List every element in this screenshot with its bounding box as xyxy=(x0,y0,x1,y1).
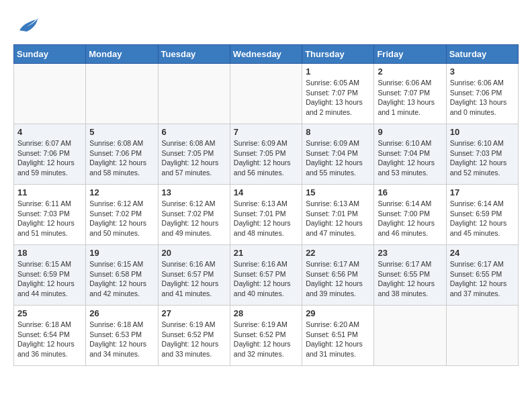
day-info: Sunrise: 6:05 AMSunset: 7:07 PMDaylight:… xyxy=(306,78,370,118)
day-info: Sunrise: 6:10 AMSunset: 7:03 PMDaylight:… xyxy=(450,138,515,178)
calendar-cell: 3Sunrise: 6:06 AMSunset: 7:06 PMDaylight… xyxy=(446,64,518,124)
calendar-cell: 9Sunrise: 6:10 AMSunset: 7:04 PMDaylight… xyxy=(374,124,446,185)
day-number: 21 xyxy=(234,248,298,258)
calendar-week-row: 4Sunrise: 6:07 AMSunset: 7:06 PMDaylight… xyxy=(14,124,519,185)
day-number: 6 xyxy=(162,127,226,137)
day-info: Sunrise: 6:12 AMSunset: 7:02 PMDaylight:… xyxy=(89,199,154,238)
day-number: 15 xyxy=(306,187,370,197)
calendar-cell: 22Sunrise: 6:17 AMSunset: 6:56 PMDayligh… xyxy=(302,245,374,306)
calendar-cell: 12Sunrise: 6:12 AMSunset: 7:02 PMDayligh… xyxy=(86,185,158,245)
calendar-cell xyxy=(374,306,446,366)
day-info: Sunrise: 6:17 AMSunset: 6:56 PMDaylight:… xyxy=(306,259,370,299)
calendar-cell: 27Sunrise: 6:19 AMSunset: 6:52 PMDayligh… xyxy=(158,306,230,366)
day-info: Sunrise: 6:08 AMSunset: 7:05 PMDaylight:… xyxy=(162,138,226,178)
calendar-week-row: 1Sunrise: 6:05 AMSunset: 7:07 PMDaylight… xyxy=(14,64,519,124)
calendar-cell: 6Sunrise: 6:08 AMSunset: 7:05 PMDaylight… xyxy=(158,124,230,185)
calendar-cell: 2Sunrise: 6:06 AMSunset: 7:07 PMDaylight… xyxy=(374,64,446,124)
calendar-cell: 29Sunrise: 6:20 AMSunset: 6:51 PMDayligh… xyxy=(302,306,374,366)
day-number: 25 xyxy=(17,308,82,318)
day-number: 12 xyxy=(89,187,154,197)
day-info: Sunrise: 6:18 AMSunset: 6:54 PMDaylight:… xyxy=(17,320,82,359)
day-info: Sunrise: 6:17 AMSunset: 6:55 PMDaylight:… xyxy=(378,259,442,299)
calendar-cell: 5Sunrise: 6:08 AMSunset: 7:06 PMDaylight… xyxy=(86,124,158,185)
calendar-cell: 15Sunrise: 6:13 AMSunset: 7:01 PMDayligh… xyxy=(302,185,374,245)
calendar-cell xyxy=(14,64,86,124)
calendar-cell: 4Sunrise: 6:07 AMSunset: 7:06 PMDaylight… xyxy=(14,124,86,185)
calendar-cell: 23Sunrise: 6:17 AMSunset: 6:55 PMDayligh… xyxy=(374,245,446,306)
calendar-cell xyxy=(158,64,230,124)
calendar-cell: 8Sunrise: 6:09 AMSunset: 7:04 PMDaylight… xyxy=(302,124,374,185)
day-number: 26 xyxy=(89,308,154,318)
day-number: 27 xyxy=(162,308,226,318)
calendar-week-row: 18Sunrise: 6:15 AMSunset: 6:59 PMDayligh… xyxy=(14,245,519,306)
calendar-week-row: 25Sunrise: 6:18 AMSunset: 6:54 PMDayligh… xyxy=(14,306,519,366)
logo-bird-icon xyxy=(15,13,39,38)
day-number: 19 xyxy=(89,248,154,258)
calendar-cell: 26Sunrise: 6:18 AMSunset: 6:53 PMDayligh… xyxy=(86,306,158,366)
day-number: 10 xyxy=(450,127,515,137)
day-number: 14 xyxy=(234,187,298,197)
calendar-week-row: 11Sunrise: 6:11 AMSunset: 7:03 PMDayligh… xyxy=(14,185,519,245)
day-info: Sunrise: 6:16 AMSunset: 6:57 PMDaylight:… xyxy=(162,259,226,299)
day-number: 18 xyxy=(17,248,82,258)
calendar-header-monday: Monday xyxy=(86,45,158,64)
day-info: Sunrise: 6:19 AMSunset: 6:52 PMDaylight:… xyxy=(162,320,226,359)
calendar-cell: 17Sunrise: 6:14 AMSunset: 6:59 PMDayligh… xyxy=(446,185,518,245)
day-number: 13 xyxy=(162,187,226,197)
day-number: 3 xyxy=(450,66,515,77)
day-number: 29 xyxy=(306,308,370,318)
day-info: Sunrise: 6:17 AMSunset: 6:55 PMDaylight:… xyxy=(450,259,515,299)
calendar-cell: 11Sunrise: 6:11 AMSunset: 7:03 PMDayligh… xyxy=(14,185,86,245)
page-header xyxy=(13,13,519,38)
day-info: Sunrise: 6:10 AMSunset: 7:04 PMDaylight:… xyxy=(378,138,442,178)
day-info: Sunrise: 6:06 AMSunset: 7:07 PMDaylight:… xyxy=(378,78,442,118)
day-info: Sunrise: 6:15 AMSunset: 6:58 PMDaylight:… xyxy=(89,259,154,299)
calendar-cell xyxy=(446,306,518,366)
day-info: Sunrise: 6:07 AMSunset: 7:06 PMDaylight:… xyxy=(17,138,82,178)
day-info: Sunrise: 6:08 AMSunset: 7:06 PMDaylight:… xyxy=(89,138,154,178)
day-number: 2 xyxy=(378,66,442,77)
calendar-cell: 16Sunrise: 6:14 AMSunset: 7:00 PMDayligh… xyxy=(374,185,446,245)
calendar-cell: 14Sunrise: 6:13 AMSunset: 7:01 PMDayligh… xyxy=(230,185,302,245)
day-number: 5 xyxy=(89,127,154,137)
day-number: 17 xyxy=(450,187,515,197)
calendar-header-saturday: Saturday xyxy=(446,45,518,64)
day-info: Sunrise: 6:12 AMSunset: 7:02 PMDaylight:… xyxy=(162,199,226,238)
calendar-cell: 10Sunrise: 6:10 AMSunset: 7:03 PMDayligh… xyxy=(446,124,518,185)
day-info: Sunrise: 6:16 AMSunset: 6:57 PMDaylight:… xyxy=(234,259,298,299)
day-info: Sunrise: 6:19 AMSunset: 6:52 PMDaylight:… xyxy=(234,320,298,359)
calendar-cell: 13Sunrise: 6:12 AMSunset: 7:02 PMDayligh… xyxy=(158,185,230,245)
day-number: 24 xyxy=(450,248,515,258)
calendar-cell: 28Sunrise: 6:19 AMSunset: 6:52 PMDayligh… xyxy=(230,306,302,366)
calendar-header-friday: Friday xyxy=(374,45,446,64)
calendar-cell: 24Sunrise: 6:17 AMSunset: 6:55 PMDayligh… xyxy=(446,245,518,306)
logo xyxy=(13,13,39,38)
day-number: 1 xyxy=(306,66,370,77)
calendar-header-tuesday: Tuesday xyxy=(158,45,230,64)
day-number: 28 xyxy=(234,308,298,318)
day-number: 11 xyxy=(17,187,82,197)
calendar-header-row: SundayMondayTuesdayWednesdayThursdayFrid… xyxy=(14,45,519,64)
day-number: 7 xyxy=(234,127,298,137)
calendar-cell: 25Sunrise: 6:18 AMSunset: 6:54 PMDayligh… xyxy=(14,306,86,366)
day-info: Sunrise: 6:06 AMSunset: 7:06 PMDaylight:… xyxy=(450,78,515,118)
day-info: Sunrise: 6:09 AMSunset: 7:04 PMDaylight:… xyxy=(306,138,370,178)
day-info: Sunrise: 6:15 AMSunset: 6:59 PMDaylight:… xyxy=(17,259,82,299)
day-info: Sunrise: 6:14 AMSunset: 6:59 PMDaylight:… xyxy=(450,199,515,238)
calendar-header-wednesday: Wednesday xyxy=(230,45,302,64)
calendar-cell xyxy=(230,64,302,124)
day-number: 4 xyxy=(17,127,82,137)
calendar-cell: 1Sunrise: 6:05 AMSunset: 7:07 PMDaylight… xyxy=(302,64,374,124)
calendar-cell: 19Sunrise: 6:15 AMSunset: 6:58 PMDayligh… xyxy=(86,245,158,306)
calendar-cell: 7Sunrise: 6:09 AMSunset: 7:05 PMDaylight… xyxy=(230,124,302,185)
day-info: Sunrise: 6:14 AMSunset: 7:00 PMDaylight:… xyxy=(378,199,442,238)
day-info: Sunrise: 6:13 AMSunset: 7:01 PMDaylight:… xyxy=(234,199,298,238)
calendar-cell xyxy=(86,64,158,124)
calendar-cell: 20Sunrise: 6:16 AMSunset: 6:57 PMDayligh… xyxy=(158,245,230,306)
day-info: Sunrise: 6:09 AMSunset: 7:05 PMDaylight:… xyxy=(234,138,298,178)
day-number: 23 xyxy=(378,248,442,258)
day-info: Sunrise: 6:13 AMSunset: 7:01 PMDaylight:… xyxy=(306,199,370,238)
day-info: Sunrise: 6:11 AMSunset: 7:03 PMDaylight:… xyxy=(17,199,82,238)
day-number: 20 xyxy=(162,248,226,258)
day-number: 9 xyxy=(378,127,442,137)
